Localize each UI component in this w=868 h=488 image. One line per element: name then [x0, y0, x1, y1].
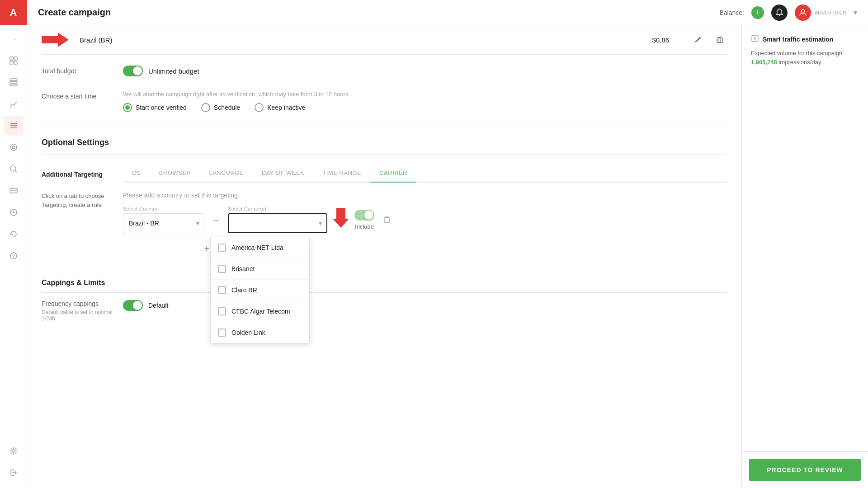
delete-country-button[interactable] [712, 33, 727, 47]
svg-point-10 [10, 144, 17, 150]
frequency-toggle[interactable] [123, 300, 143, 311]
main-wrapper: Create campaign Balance: + ADVERTISER ▾ … [27, 0, 868, 488]
sidebar-item-settings[interactable] [4, 441, 24, 461]
tab-time-range[interactable]: TIME RANGE [313, 166, 370, 183]
svg-rect-5 [10, 81, 17, 83]
radio-keep-inactive[interactable]: Keep inactive [255, 103, 305, 112]
svg-point-11 [12, 146, 15, 149]
sidebar-item-chart[interactable] [4, 94, 24, 114]
start-time-label: Choose a start time [42, 91, 123, 100]
sidebar-item-dashboard[interactable] [4, 51, 24, 70]
red-down-arrow-carrier [333, 208, 349, 231]
toggle-knob [133, 66, 142, 75]
sidebar-item-refresh[interactable] [4, 224, 24, 244]
carrier-option-claro-br[interactable]: Claro BR [211, 280, 309, 301]
include-toggle[interactable] [354, 210, 374, 221]
carrier-dropdown-list: America-NET Ltda Brisanet Claro BR [210, 237, 310, 343]
carrier-checkbox-ctbc[interactable] [218, 307, 226, 315]
header-chevron-icon[interactable]: ▾ [854, 8, 857, 17]
sidebar-item-card[interactable] [4, 181, 24, 201]
radio-schedule[interactable]: Schedule [201, 103, 240, 112]
tab-carrier[interactable]: CARRIER [370, 166, 416, 183]
svg-rect-14 [10, 188, 17, 193]
click-hint-line1: Click on a tab to choose [42, 192, 123, 201]
svg-rect-2 [10, 61, 13, 64]
tab-browser[interactable]: BROWSER [150, 166, 200, 183]
carrier-checkbox-golden-link[interactable] [218, 328, 226, 337]
country-select-dropdown[interactable]: Brazil - BR ▾ [123, 213, 204, 233]
sidebar-item-arrow[interactable]: → [4, 29, 24, 49]
tab-day-of-week[interactable]: DAY OF WEEK [253, 166, 314, 183]
smart-traffic-title: Smart traffic estimation [751, 34, 859, 44]
sidebar-item-list[interactable] [4, 116, 24, 136]
page-title: Create campaign [38, 7, 712, 18]
sidebar-logo[interactable]: A [0, 0, 27, 25]
advertiser-label: ADVERTISER [815, 10, 846, 15]
sidebar-item-grid[interactable] [4, 72, 24, 92]
carrier-rule-row: Select Country Brazil - BR ▾ – Select Ca… [123, 206, 727, 233]
balance-label: Balance: [719, 9, 744, 16]
targeting-controls: Please add a country to set this targeti… [123, 192, 727, 257]
targeting-placeholder: Please add a country to set this targeti… [123, 192, 727, 199]
include-label: Include [355, 223, 374, 230]
sidebar-nav: → ? [0, 25, 27, 266]
svg-rect-6 [10, 84, 17, 86]
sidebar-item-circle[interactable] [4, 202, 24, 222]
carrier-select-dropdown[interactable]: ▾ [228, 213, 327, 233]
sidebar-bottom [4, 441, 24, 488]
radio-start-verified[interactable]: Start once verified [123, 103, 187, 112]
carrier-checkbox-america-net[interactable] [218, 244, 226, 252]
additional-targeting: Additional Targeting OS BROWSER LANGUAGE… [42, 166, 727, 257]
carrier-name-brisanet: Brisanet [231, 265, 255, 272]
frequency-toggle-knob [133, 301, 142, 310]
include-toggle-knob [364, 211, 373, 220]
svg-rect-4 [10, 79, 17, 80]
budget-section: Total budget Unlimited budget [42, 55, 727, 84]
right-panel-footer: PROCEED TO REVIEW [742, 451, 868, 488]
start-time-row: Choose a start time We will start the ca… [42, 91, 727, 112]
expected-volume-label: Expected volume for this campaign: [751, 50, 844, 56]
sidebar-item-signout[interactable] [4, 463, 24, 483]
smart-traffic-desc: Expected volume for this campaign: 1,905… [751, 49, 859, 66]
targeting-tabs: OS BROWSER LANGUAGE DAY OF WEEK TIME RAN… [123, 166, 727, 183]
carrier-option-brisanet[interactable]: Brisanet [211, 258, 309, 280]
proceed-to-review-button[interactable]: PROCEED TO REVIEW [749, 459, 861, 481]
carrier-checkbox-brisanet[interactable] [218, 265, 226, 273]
sidebar: A → ? [0, 0, 27, 488]
carrier-option-ctbc[interactable]: CTBC Algar Telecom [211, 301, 309, 322]
user-avatar[interactable] [795, 5, 811, 21]
sidebar-item-target[interactable] [4, 137, 24, 157]
carrier-option-america-net[interactable]: America-NET Ltda [211, 237, 309, 258]
optional-settings-title: Optional Settings [42, 138, 727, 155]
remove-rule-button[interactable]: – [210, 213, 222, 226]
targeting-info: Click on a tab to choose Targeting, crea… [42, 192, 727, 257]
edit-country-button[interactable] [691, 33, 705, 47]
radio-label-start-verified: Start once verified [136, 104, 187, 111]
unlimited-budget-toggle[interactable] [123, 66, 143, 76]
sidebar-item-help[interactable]: ? [4, 246, 24, 266]
carrier-checkbox-claro-br[interactable] [218, 286, 226, 294]
right-panel-content: Smart traffic estimation Expected volume… [742, 25, 868, 451]
targeting-label: Additional Targeting [42, 171, 123, 178]
volume-number: 1,905,748 [751, 59, 777, 66]
tab-language[interactable]: LANGUAGE [200, 166, 252, 183]
frequency-row: Frequency cappings Default value is set … [42, 300, 727, 322]
country-select-label: Select Country [123, 206, 204, 211]
sidebar-item-search[interactable] [4, 159, 24, 179]
add-balance-button[interactable]: + [751, 6, 764, 19]
smart-traffic-heading: Smart traffic estimation [763, 36, 833, 43]
budget-content: Unlimited budget [123, 66, 199, 76]
delete-rule-button[interactable] [380, 212, 394, 227]
notifications-button[interactable] [771, 5, 788, 21]
carrier-dropdown-chevron-icon: ▾ [319, 220, 322, 227]
carrier-name-america-net: America-NET Ltda [231, 244, 283, 251]
tab-os[interactable]: OS [123, 166, 150, 183]
carrier-name-golden-link: Golden Link [231, 329, 265, 336]
carrier-option-golden-link[interactable]: Golden Link [211, 322, 309, 343]
carrier-name-claro-br: Claro BR [231, 286, 257, 294]
carrier-select-label: Select Carrier(s) [228, 206, 327, 211]
country-dropdown-chevron-icon: ▾ [196, 220, 199, 227]
svg-rect-3 [14, 61, 17, 64]
cappings-title: Cappings & Limits [42, 279, 727, 293]
top-header: Create campaign Balance: + ADVERTISER ▾ [27, 0, 868, 25]
